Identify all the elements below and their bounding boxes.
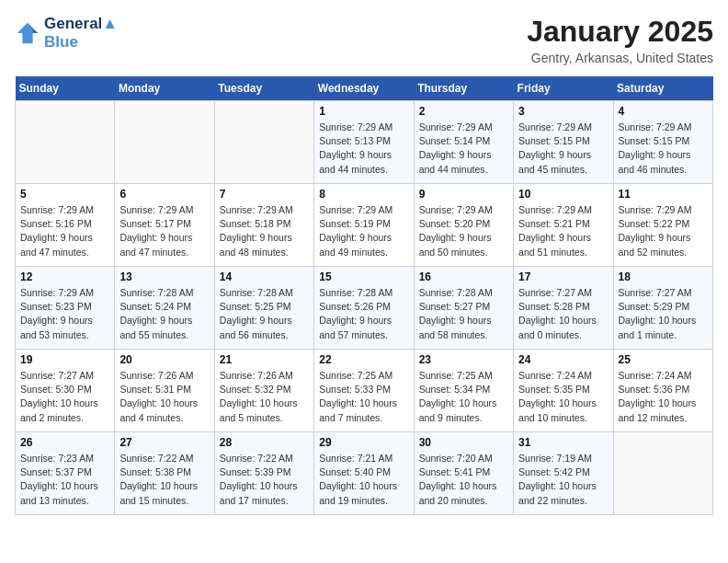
- day-number: 10: [518, 188, 608, 201]
- day-detail: Sunrise: 7:22 AM Sunset: 5:39 PM Dayligh…: [220, 452, 309, 508]
- day-number: 19: [20, 353, 109, 366]
- day-detail: Sunrise: 7:19 AM Sunset: 5:42 PM Dayligh…: [518, 452, 608, 508]
- calendar-table: SundayMondayTuesdayWednesdayThursdayFrid…: [15, 76, 713, 515]
- calendar-cell: 18Sunrise: 7:27 AM Sunset: 5:29 PM Dayli…: [613, 267, 712, 350]
- calendar-cell: 13Sunrise: 7:28 AM Sunset: 5:24 PM Dayli…: [115, 267, 214, 350]
- day-detail: Sunrise: 7:29 AM Sunset: 5:23 PM Dayligh…: [20, 286, 109, 342]
- calendar-cell: 26Sunrise: 7:23 AM Sunset: 5:37 PM Dayli…: [16, 432, 115, 515]
- day-number: 29: [319, 436, 408, 449]
- day-detail: Sunrise: 7:29 AM Sunset: 5:22 PM Dayligh…: [619, 203, 708, 259]
- calendar-cell: 4Sunrise: 7:29 AM Sunset: 5:15 PM Daylig…: [613, 101, 712, 184]
- day-number: 25: [619, 353, 708, 366]
- day-detail: Sunrise: 7:29 AM Sunset: 5:13 PM Dayligh…: [319, 121, 408, 177]
- calendar-cell: 3Sunrise: 7:29 AM Sunset: 5:15 PM Daylig…: [514, 101, 613, 184]
- calendar-cell: [115, 101, 214, 184]
- month-title: January 2025: [527, 15, 713, 49]
- day-detail: Sunrise: 7:21 AM Sunset: 5:40 PM Dayligh…: [319, 452, 408, 508]
- day-number: 6: [119, 188, 209, 201]
- day-detail: Sunrise: 7:27 AM Sunset: 5:30 PM Dayligh…: [20, 369, 109, 425]
- weekday-header: Sunday: [16, 76, 115, 101]
- day-number: 5: [20, 188, 109, 201]
- calendar-cell: 5Sunrise: 7:29 AM Sunset: 5:16 PM Daylig…: [16, 184, 115, 267]
- day-number: 20: [119, 353, 209, 366]
- weekday-header-row: SundayMondayTuesdayWednesdayThursdayFrid…: [16, 76, 713, 101]
- day-detail: Sunrise: 7:23 AM Sunset: 5:37 PM Dayligh…: [20, 452, 109, 508]
- weekday-header: Tuesday: [214, 76, 313, 101]
- calendar-cell: 31Sunrise: 7:19 AM Sunset: 5:42 PM Dayli…: [514, 432, 613, 515]
- day-detail: Sunrise: 7:29 AM Sunset: 5:21 PM Dayligh…: [518, 203, 608, 259]
- calendar-week-row: 12Sunrise: 7:29 AM Sunset: 5:23 PM Dayli…: [16, 267, 713, 350]
- day-number: 13: [119, 270, 209, 283]
- calendar-cell: 8Sunrise: 7:29 AM Sunset: 5:19 PM Daylig…: [314, 184, 414, 267]
- calendar-cell: 20Sunrise: 7:26 AM Sunset: 5:31 PM Dayli…: [115, 350, 214, 432]
- title-block: January 2025 Gentry, Arkansas, United St…: [527, 15, 713, 65]
- weekday-header: Monday: [115, 76, 214, 101]
- calendar-cell: [613, 432, 712, 515]
- day-number: 14: [220, 270, 309, 283]
- day-number: 1: [319, 105, 408, 118]
- day-number: 3: [518, 105, 608, 118]
- day-detail: Sunrise: 7:25 AM Sunset: 5:33 PM Dayligh…: [319, 369, 408, 425]
- calendar-cell: 29Sunrise: 7:21 AM Sunset: 5:40 PM Dayli…: [314, 432, 414, 515]
- day-number: 12: [20, 270, 109, 283]
- calendar-cell: 14Sunrise: 7:28 AM Sunset: 5:25 PM Dayli…: [214, 267, 313, 350]
- calendar-cell: 2Sunrise: 7:29 AM Sunset: 5:14 PM Daylig…: [414, 101, 513, 184]
- day-number: 2: [419, 105, 508, 118]
- calendar-cell: 23Sunrise: 7:25 AM Sunset: 5:34 PM Dayli…: [414, 350, 513, 432]
- weekday-header: Friday: [514, 76, 613, 101]
- calendar-cell: 22Sunrise: 7:25 AM Sunset: 5:33 PM Dayli…: [314, 350, 414, 432]
- day-number: 17: [518, 270, 608, 283]
- day-number: 18: [619, 270, 708, 283]
- calendar-cell: 25Sunrise: 7:24 AM Sunset: 5:36 PM Dayli…: [613, 350, 712, 432]
- day-detail: Sunrise: 7:29 AM Sunset: 5:16 PM Dayligh…: [20, 203, 109, 259]
- calendar-cell: 12Sunrise: 7:29 AM Sunset: 5:23 PM Dayli…: [16, 267, 115, 350]
- day-detail: Sunrise: 7:29 AM Sunset: 5:20 PM Dayligh…: [419, 203, 508, 259]
- calendar-cell: 21Sunrise: 7:26 AM Sunset: 5:32 PM Dayli…: [214, 350, 313, 432]
- day-detail: Sunrise: 7:28 AM Sunset: 5:27 PM Dayligh…: [419, 286, 508, 342]
- day-detail: Sunrise: 7:29 AM Sunset: 5:17 PM Dayligh…: [119, 203, 209, 259]
- logo: General▲ Blue: [15, 15, 118, 52]
- calendar-week-row: 5Sunrise: 7:29 AM Sunset: 5:16 PM Daylig…: [16, 184, 713, 267]
- calendar-cell: 27Sunrise: 7:22 AM Sunset: 5:38 PM Dayli…: [115, 432, 214, 515]
- calendar-cell: 17Sunrise: 7:27 AM Sunset: 5:28 PM Dayli…: [514, 267, 613, 350]
- day-number: 21: [220, 353, 309, 366]
- weekday-header: Saturday: [613, 76, 712, 101]
- day-number: 30: [419, 436, 508, 449]
- page-header: General▲ Blue January 2025 Gentry, Arkan…: [15, 15, 713, 65]
- calendar-cell: 6Sunrise: 7:29 AM Sunset: 5:17 PM Daylig…: [115, 184, 214, 267]
- weekday-header: Thursday: [414, 76, 513, 101]
- day-number: 27: [119, 436, 209, 449]
- day-detail: Sunrise: 7:28 AM Sunset: 5:25 PM Dayligh…: [220, 286, 309, 342]
- calendar-cell: 9Sunrise: 7:29 AM Sunset: 5:20 PM Daylig…: [414, 184, 513, 267]
- calendar-cell: 19Sunrise: 7:27 AM Sunset: 5:30 PM Dayli…: [16, 350, 115, 432]
- day-number: 28: [220, 436, 309, 449]
- day-number: 31: [518, 436, 608, 449]
- day-number: 22: [319, 353, 408, 366]
- calendar-cell: 10Sunrise: 7:29 AM Sunset: 5:21 PM Dayli…: [514, 184, 613, 267]
- calendar-cell: 16Sunrise: 7:28 AM Sunset: 5:27 PM Dayli…: [414, 267, 513, 350]
- day-detail: Sunrise: 7:27 AM Sunset: 5:29 PM Dayligh…: [619, 286, 708, 342]
- day-number: 11: [619, 188, 708, 201]
- calendar-cell: [16, 101, 115, 184]
- day-number: 26: [20, 436, 109, 449]
- calendar-cell: 30Sunrise: 7:20 AM Sunset: 5:41 PM Dayli…: [414, 432, 513, 515]
- calendar-cell: 24Sunrise: 7:24 AM Sunset: 5:35 PM Dayli…: [514, 350, 613, 432]
- day-detail: Sunrise: 7:28 AM Sunset: 5:24 PM Dayligh…: [119, 286, 209, 342]
- day-number: 24: [518, 353, 608, 366]
- weekday-header: Wednesday: [314, 76, 414, 101]
- day-detail: Sunrise: 7:29 AM Sunset: 5:18 PM Dayligh…: [220, 203, 309, 259]
- day-detail: Sunrise: 7:20 AM Sunset: 5:41 PM Dayligh…: [419, 452, 508, 508]
- calendar-cell: 7Sunrise: 7:29 AM Sunset: 5:18 PM Daylig…: [214, 184, 313, 267]
- day-detail: Sunrise: 7:26 AM Sunset: 5:32 PM Dayligh…: [220, 369, 309, 425]
- day-detail: Sunrise: 7:29 AM Sunset: 5:15 PM Dayligh…: [619, 121, 708, 177]
- calendar-week-row: 1Sunrise: 7:29 AM Sunset: 5:13 PM Daylig…: [16, 101, 713, 184]
- logo-icon: [15, 20, 40, 46]
- calendar-cell: 15Sunrise: 7:28 AM Sunset: 5:26 PM Dayli…: [314, 267, 414, 350]
- day-number: 7: [220, 188, 309, 201]
- calendar-week-row: 19Sunrise: 7:27 AM Sunset: 5:30 PM Dayli…: [16, 350, 713, 432]
- location: Gentry, Arkansas, United States: [527, 51, 713, 65]
- day-number: 4: [619, 105, 708, 118]
- day-number: 15: [319, 270, 408, 283]
- day-number: 16: [419, 270, 508, 283]
- day-detail: Sunrise: 7:24 AM Sunset: 5:35 PM Dayligh…: [518, 369, 608, 425]
